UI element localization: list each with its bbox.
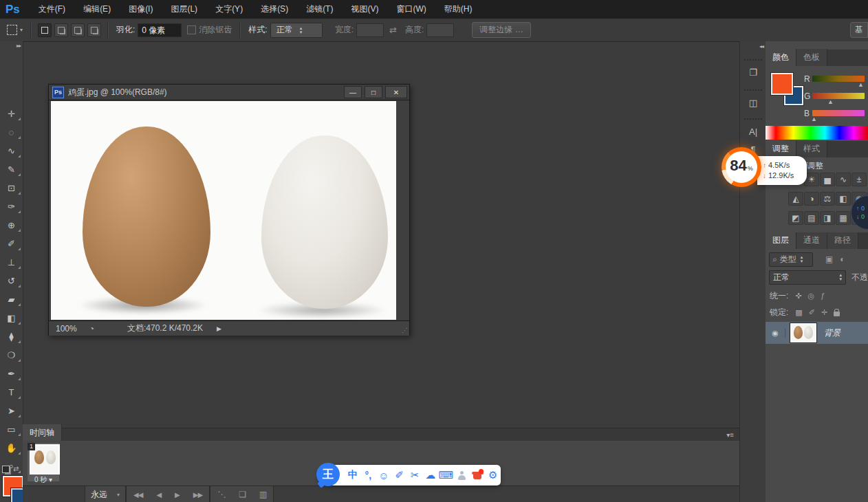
workspace-button[interactable]: 基 (850, 22, 868, 38)
hand-tool[interactable]: ✋ (0, 439, 23, 457)
layer-visibility-icon[interactable]: ◉ (766, 329, 785, 338)
scissors-icon[interactable]: ✂ (407, 469, 423, 481)
duplicate-frame-button[interactable]: ❏ (232, 490, 252, 499)
gradient-tool[interactable]: ◧ (0, 309, 23, 327)
pen-tool[interactable]: ✒ (0, 364, 23, 382)
menu-filter[interactable]: 滤镜(T) (297, 0, 342, 19)
unify-position-icon[interactable]: ✜ (795, 292, 801, 301)
layer-filter-dropdown[interactable]: ⌕ 类型 ▴▾ (769, 252, 813, 267)
cloud-icon[interactable]: ☁ (422, 469, 438, 481)
tab-layers[interactable]: 图层 (766, 232, 796, 249)
play-button[interactable]: ▶ (168, 491, 186, 499)
collapse-panels-icon[interactable]: ◂◂ (759, 43, 763, 50)
panel-grip[interactable] (744, 118, 762, 120)
keyboard-icon[interactable]: ⌨ (438, 469, 454, 481)
selection-new-button[interactable] (38, 23, 52, 37)
preview-icon[interactable]: ◔ (89, 324, 94, 334)
threshold-icon[interactable]: ◨ (820, 211, 835, 225)
tab-styles[interactable]: 样式 (796, 141, 827, 157)
menu-image[interactable]: 图像(I) (120, 0, 162, 19)
pixel-filter-icon[interactable]: ▣ (825, 254, 833, 264)
first-frame-button[interactable]: ◀◀ (127, 491, 149, 499)
animation-frame-1[interactable]: 1 0 秒 ▾ (28, 443, 59, 481)
close-button[interactable]: ✕ (385, 86, 407, 98)
color-spectrum-ramp[interactable] (766, 126, 868, 140)
ime-logo[interactable]: 王 (316, 463, 340, 486)
status-arrow-icon[interactable]: ▶ (217, 325, 221, 332)
blend-mode-dropdown[interactable]: 正常 ▴▾ (769, 270, 846, 285)
dock-history-panel-icon[interactable]: ❐ (743, 63, 763, 81)
path-selection-tool[interactable]: ➤ (0, 402, 23, 419)
layer-name[interactable]: 背景 (824, 327, 840, 339)
swap-colors-icon[interactable]: ⇄ (13, 465, 19, 472)
height-input[interactable] (426, 23, 454, 37)
red-slider-handle[interactable]: ▲ (858, 81, 864, 88)
image-canvas[interactable] (51, 101, 396, 320)
document-title-bar[interactable]: Ps 鸡蛋.jpg @ 100%(RGB/8#) — □ ✕ (49, 85, 409, 100)
lasso-tool[interactable]: ∿ (0, 142, 23, 160)
exposure-icon[interactable]: ± (851, 173, 867, 186)
lock-pixels-icon[interactable]: ✐ (809, 308, 815, 317)
menu-window[interactable]: 窗口(W) (387, 0, 435, 19)
refine-edge-button[interactable]: 调整边缘 … (472, 22, 530, 38)
menu-type[interactable]: 文字(Y) (206, 0, 252, 19)
posterize-icon[interactable]: ▤ (804, 211, 819, 225)
black-white-icon[interactable]: ◧ (836, 192, 851, 206)
tween-button[interactable]: ⋱ (210, 490, 232, 499)
panel-foreground-swatch[interactable] (771, 73, 793, 95)
swap-dimensions-icon[interactable]: ⇄ (389, 25, 397, 35)
color-balance-icon[interactable]: ⚖ (820, 192, 835, 206)
green-slider-handle[interactable]: ▲ (827, 98, 834, 105)
background-layer-row[interactable]: ◉ 背景 (766, 322, 868, 344)
history-brush-tool[interactable]: ↺ (0, 272, 23, 290)
feather-input[interactable]: 0 像素 (138, 23, 182, 37)
layer-thumbnail[interactable] (790, 323, 817, 343)
elliptical-marquee-tool[interactable]: ◌ (0, 123, 23, 141)
dock-properties-panel-icon[interactable]: ◫ (743, 94, 763, 111)
gradient-map-icon[interactable]: ▦ (836, 211, 851, 225)
crop-tool[interactable]: ⊡ (0, 179, 23, 197)
tab-swatches[interactable]: 色板 (796, 49, 827, 66)
tab-timeline[interactable]: 时间轴 (23, 424, 62, 441)
frame-delay-selector[interactable]: 0 秒 ▾ (28, 475, 59, 485)
blur-tool[interactable]: ⧫ (0, 327, 23, 345)
gear-icon[interactable]: ⚙ (485, 469, 501, 481)
clone-stamp-tool[interactable]: ⊥ (0, 253, 23, 271)
tab-color[interactable]: 颜色 (766, 49, 796, 66)
lock-position-icon[interactable]: ✛ (821, 308, 827, 317)
curves-icon[interactable]: ∿ (836, 173, 851, 186)
selection-intersect-button[interactable] (87, 23, 101, 37)
vibrance-icon[interactable]: ◭ (788, 192, 803, 206)
tool-preset-arrow-icon[interactable]: ▾ (20, 27, 23, 33)
unify-visibility-icon[interactable]: ◎ (808, 292, 815, 301)
dodge-tool[interactable]: ❍ (0, 346, 23, 364)
minimize-button[interactable]: — (344, 86, 362, 98)
marquee-tool-preset-icon[interactable] (7, 25, 17, 35)
green-slider[interactable] (812, 93, 865, 99)
menu-edit[interactable]: 编辑(E) (74, 0, 120, 19)
account-icon[interactable] (457, 471, 466, 480)
panel-grip[interactable] (744, 89, 762, 91)
ime-mode-toggle[interactable]: 中 (345, 469, 360, 481)
panel-grip[interactable] (744, 59, 762, 61)
skin-icon[interactable] (473, 472, 482, 479)
spot-healing-tool[interactable]: ⊕ (0, 216, 23, 234)
zoom-level[interactable]: 100% (56, 324, 77, 334)
ime-punctuation-toggle[interactable]: °, (360, 470, 376, 481)
eraser-tool[interactable]: ▰ (0, 290, 23, 308)
previous-frame-button[interactable]: ◀ (149, 491, 168, 499)
tab-paths[interactable]: 路径 (827, 232, 858, 249)
red-slider[interactable] (812, 76, 865, 82)
width-input[interactable] (356, 23, 384, 37)
style-dropdown[interactable]: 正常 ▴▾ (270, 23, 323, 38)
blue-slider[interactable] (812, 110, 865, 116)
tab-adjustments[interactable]: 调整 (766, 141, 796, 157)
blue-slider-handle[interactable]: ▲ (811, 116, 817, 122)
menu-layer[interactable]: 图层(L) (162, 0, 206, 19)
selection-add-button[interactable] (54, 23, 68, 37)
expand-tools-icon[interactable]: ▸▸ (17, 43, 21, 49)
type-tool[interactable]: T (0, 383, 23, 401)
delete-frame-button[interactable]: ▥ (252, 490, 273, 499)
maximize-button[interactable]: □ (365, 86, 382, 98)
unify-style-icon[interactable]: ƒ (821, 292, 825, 300)
